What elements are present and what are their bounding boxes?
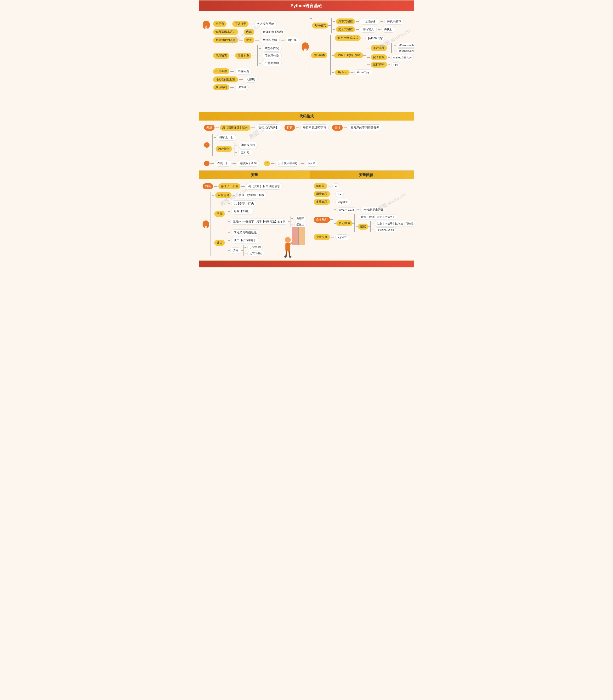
left-root-container: 语言特点 跨平台 可远行于 各大操作系统 <box>203 21 299 90</box>
node-kechulishujuliang: 可处理的数据量 <box>213 76 238 82</box>
node-baohankongge: 包含【空格】 <box>231 208 253 215</box>
node-xiaoxiezimiu: 使用【小写字母】 <box>231 237 259 243</box>
node-gezuocaozuoxitong: 各大操作系统 <box>254 21 277 27</box>
node-xyztupleexpr: (x,y,z)=(1,2,'a') <box>375 227 396 232</box>
section4-title: 变量赋值 <box>359 173 373 177</box>
section4-wrapper: 变量赋值 树图 shutu.cn 赋值符 = 增量赋值 += <box>310 171 414 260</box>
yunxing-row: 运行脚本 *.py <box>367 62 414 67</box>
hangchang-item: 行长 每行不超过80字符 <box>285 124 329 131</box>
section3-title: 变量 <box>251 173 258 177</box>
node-zimushuzixiahualine: 字母、数字和下划线 <box>236 192 267 199</box>
node-konghang: 空行 <box>332 125 343 131</box>
shouhang-options: #!/usr/local/bin/python #!/usr/bin/env p… <box>393 43 414 53</box>
branch-row-7: 默认编码 UTF-8 <box>213 84 299 90</box>
node-ipython: IPython <box>335 70 350 75</box>
backslash-item: \ 继续上一行 跨行特例 <box>204 134 258 156</box>
node-jianyi-duoyuan: 建议 <box>358 224 368 230</box>
node-yuanzuyuansu: 通常【元组】需要【小括号】 <box>359 214 397 220</box>
liangzhong-children: 脚本式编程 一次性执行 源代码脚本 交互式编程 <box>331 18 404 33</box>
node-hangchang: 行长 <box>285 125 295 131</box>
node-minglinghang: 命令行/终端模式 <box>335 35 361 41</box>
svg-point-10 <box>284 256 287 258</box>
node-zaizhixing: 再执行 <box>381 26 395 33</box>
node-shujuheluoji: 数据和逻辑 <box>260 37 280 43</box>
node-yubianliang: 与【变量】相关联的信息 <box>246 183 283 190</box>
node-sanyinhao: 三引号 <box>238 149 252 156</box>
section4-header: 变量赋值 <box>310 171 414 179</box>
node-jiaohushi: 交互式编程 <box>336 26 355 33</box>
svg-rect-2 <box>298 227 305 245</box>
yuanxing-children: 命令行/终端模式 python *.py Linux下可执行脚本 <box>331 35 414 75</box>
node-runpy: %run *.py <box>354 69 372 75</box>
branch-row-1: 跨平台 可远行于 各大操作系统 <box>213 21 299 27</box>
node-fuyuquanxian: 赋予权限 <box>371 54 387 60</box>
node-shouhangtianjia: 首行添加 <box>371 45 387 51</box>
section2-wrapper: 代码格式 树图 shutu.cn 缩进 用【缩进深度】区分 语句【代码块】 行长… <box>199 112 414 171</box>
dongtai-child3: 不需要声明 <box>259 60 282 66</box>
node-guanjianzhi: 关键字 <box>294 216 306 221</box>
node-jianyi-var: 建议 <box>214 240 225 246</box>
right-part: 树图 shutu.cn 运行程序 两种模式 <box>302 16 414 107</box>
shouhang-row: 首行添加 #!/usr/local/bin/python <box>367 43 414 53</box>
right-root-container: 运行程序 两种模式 <box>302 18 414 75</box>
dongtai-child2: 可能意转换 <box>259 52 282 59</box>
node-jianduanmiaoshu: 简短又具有描述性 <box>231 229 259 236</box>
node-buyongkaolv: 不用考虑 <box>213 68 230 74</box>
node-semicolon: ; <box>204 161 209 166</box>
node-bihecaozuofu: 闭合操作符 <box>238 142 258 148</box>
kuahang-group: 跨行特例 闭合操作符 三引号 <box>214 142 258 156</box>
node-pythonpy: python *.py <box>365 35 385 41</box>
node-varshouzhi: *var收集多余的值 <box>361 207 385 212</box>
node-fuzhifu: 赋值符 <box>314 183 327 189</box>
jiaobenshi-row: 脚本式编程 一次性执行 源代码脚本 <box>332 18 404 25</box>
linux-group: Linux下可执行脚本 首行添加 <box>331 43 414 67</box>
section2-header: 代码格式 <box>199 112 414 120</box>
left-bracket-line <box>211 21 211 90</box>
node-bianyu: 便于 <box>244 37 254 43</box>
node-lianjieduoyujv: 连接多个语句 <box>237 160 259 167</box>
shenyong-children: 小写字母l 大写字母O <box>244 245 264 256</box>
node-xyyx: x,y=y,x <box>335 234 349 240</box>
node-xyz1: x=y=z=1 <box>335 199 352 205</box>
branch-row-2: 解释型脚本语言 内建 高级的数据结构 <box>213 29 299 35</box>
semicolon-item: ; 在同一行 连接多个语句 <box>204 160 259 167</box>
section1-content: 树图 shutu.cn 语言特点 跨平台 <box>199 11 414 112</box>
branch-row-5: 不用考虑 内存问题 <box>213 68 299 75</box>
colon-item: * 分开代码块(组) 头&体 <box>264 160 318 167</box>
node-buctonbufendaifenkai: 将程序的不同部分分开 <box>348 124 382 131</box>
node-bianliangjiaohuan: 变量交换 <box>314 234 330 240</box>
jiaohushi-row: 交互式编程 逐行输入 再执行 <box>332 26 404 33</box>
node-xiangfenli: 相分离 <box>285 37 299 43</box>
page-wrapper: Python语言基础 树图 shutu.cn 语言特点 <box>199 0 414 267</box>
svg-line-8 <box>286 251 287 257</box>
node-yuejudaimakuai: 语句【代码块】 <box>256 124 281 131</box>
svg-rect-4 <box>298 227 299 245</box>
shenyong-group: 慎用 小写字母l <box>228 245 264 256</box>
left-part: 语言特点 跨平台 可远行于 各大操作系统 <box>203 16 299 107</box>
bianliangjiaohuan-row: 变量交换 x,y=y,x <box>314 234 414 240</box>
node-xyzequal: x,y,z = 1,2,'a' <box>337 207 356 212</box>
left-children: 跨平台 可远行于 各大操作系统 解释型脚本语言 内建 高级的 <box>212 21 299 90</box>
zhineng-row: 只能包含 字母、数字和下划线 <box>212 192 306 199</box>
node-yicixingzhixing: 一次性执行 <box>360 18 380 25</box>
node-touti: 头&体 <box>305 160 318 167</box>
node-zhuhangshuru: 逐行输入 <box>360 26 377 33</box>
branch-row-6: 可处理的数据量 无限制 <box>213 76 299 83</box>
node-daxieonode: 大写字母O <box>247 251 264 256</box>
node-utf8: UTF-8 <box>235 85 249 90</box>
node-zengliangfuzhi: 增量赋值 <box>314 191 330 197</box>
node-cunchuyigezhi: 存储了一个值 <box>218 183 240 189</box>
node-fenfendaimakuaigroup: 分开代码块(组) <box>275 160 300 167</box>
konghang-item: 空行 将程序的不同部分分开 <box>332 124 382 131</box>
section34-wrapper: 变量 树图 shutu.cn 内涵 存储了一个值 与【变量】相关联的信息 命名规… <box>199 171 414 261</box>
node-buneng: 不能 <box>214 211 225 217</box>
node-dongtaiyuyan: 动态语言 <box>213 53 230 59</box>
node-shenyong: 慎用 <box>230 247 241 254</box>
liangzhong-group: 两种模式 脚本式编程 一次性执行 <box>311 18 414 33</box>
section2-title: 代码格式 <box>299 114 314 118</box>
node-equal: = <box>332 183 339 189</box>
svg-rect-6 <box>285 243 290 251</box>
svg-point-5 <box>285 237 291 243</box>
node-kuaipingtai: 跨平台 <box>213 21 226 27</box>
node-jiashangkuohao: 加上【小括号】以增加【可读性】 <box>375 221 414 227</box>
